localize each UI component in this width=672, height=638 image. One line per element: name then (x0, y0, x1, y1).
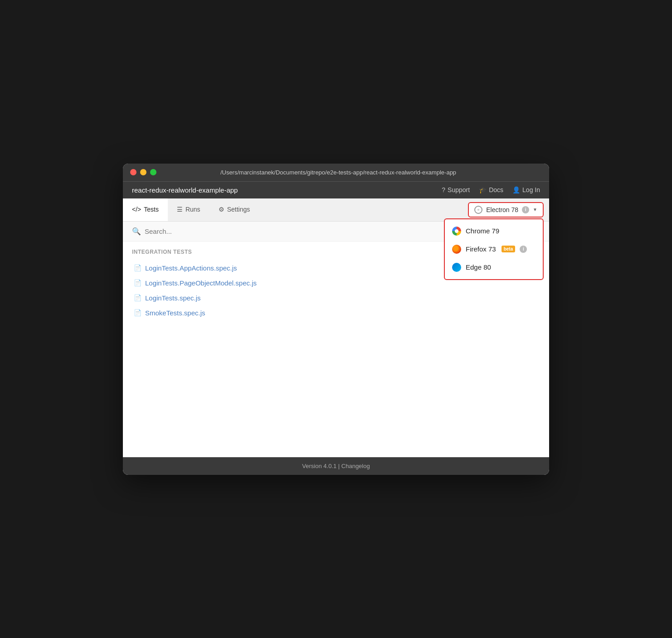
file-icon: 📄 (134, 279, 141, 286)
browser-selector-button[interactable]: e Electron 78 i ▼ (468, 202, 544, 218)
tab-settings[interactable]: ⚙ Settings (209, 198, 259, 221)
browser-dropdown: Chrome 79 Firefox 73 beta i Edge 80 (444, 218, 544, 280)
test-item[interactable]: 📄 SmokeTests.spec.js (132, 305, 540, 320)
chrome-icon (452, 227, 461, 236)
edge-icon (452, 263, 461, 272)
traffic-lights (130, 169, 156, 175)
user-icon: 👤 (512, 186, 520, 193)
browser-option-chrome[interactable]: Chrome 79 (445, 222, 543, 240)
nav-bar: react-redux-realworld-example-app ? Supp… (123, 181, 549, 198)
title-bar: /Users/marcinstanek/Documents/gitrepo/e2… (123, 164, 549, 181)
minimize-button[interactable] (140, 169, 146, 175)
browser-option-firefox[interactable]: Firefox 73 beta i (445, 240, 543, 258)
search-icon: 🔍 (132, 227, 141, 236)
tab-runs[interactable]: ☰ Runs (168, 198, 209, 221)
electron-icon: e (474, 206, 482, 214)
close-button[interactable] (130, 169, 136, 175)
firefox-info-icon[interactable]: i (520, 246, 527, 253)
app-window: /Users/marcinstanek/Documents/gitrepo/e2… (123, 164, 549, 475)
support-link[interactable]: ? Support (442, 186, 470, 193)
list-icon: ☰ (177, 206, 183, 213)
browser-selector[interactable]: e Electron 78 i ▼ Chrome 79 Firefox 73 b… (468, 202, 544, 218)
chevron-down-icon: ▼ (533, 207, 537, 212)
firefox-icon (452, 245, 461, 254)
tabs-bar: </> Tests ☰ Runs ⚙ Settings e Electron 7… (123, 198, 549, 222)
browser-option-edge[interactable]: Edge 80 (445, 258, 543, 276)
file-icon: 📄 (134, 264, 141, 271)
tab-tests[interactable]: </> Tests (123, 198, 168, 221)
test-item[interactable]: 📄 LoginTests.spec.js (132, 290, 540, 305)
tabs-left: </> Tests ☰ Runs ⚙ Settings (123, 198, 259, 221)
gear-icon: ⚙ (219, 206, 224, 213)
version-text: Version 4.0.1 | Changelog (302, 463, 370, 469)
graduation-icon: 🎓 (479, 186, 487, 193)
login-link[interactable]: 👤 Log In (512, 186, 540, 193)
footer: Version 4.0.1 | Changelog (123, 457, 549, 475)
code-icon: </> (132, 206, 141, 213)
maximize-button[interactable] (150, 169, 156, 175)
question-icon: ? (442, 186, 445, 193)
beta-badge: beta (502, 246, 516, 252)
file-icon: 📄 (134, 294, 141, 301)
file-icon: 📄 (134, 309, 141, 316)
browser-info-icon[interactable]: i (522, 206, 529, 213)
app-name: react-redux-realworld-example-app (132, 186, 238, 194)
title-path: /Users/marcinstanek/Documents/gitrepo/e2… (162, 169, 515, 176)
nav-links: ? Support 🎓 Docs 👤 Log In (442, 186, 540, 193)
docs-link[interactable]: 🎓 Docs (479, 186, 503, 193)
